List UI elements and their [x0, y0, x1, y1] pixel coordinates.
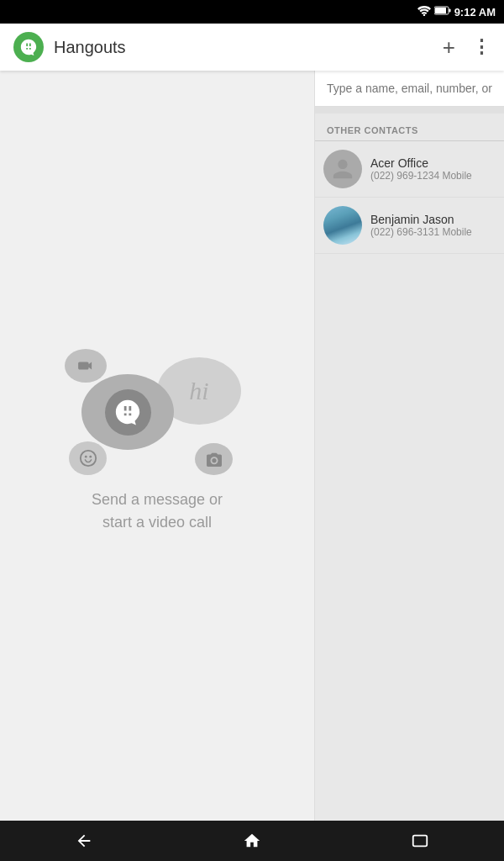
svg-rect-3 [449, 9, 450, 13]
svg-rect-2 [435, 8, 446, 13]
main-hangouts-bubble [81, 374, 174, 450]
add-button[interactable]: + [443, 34, 455, 61]
hangouts-bubble-inner [105, 389, 151, 436]
contact-avatar-benjamin [323, 206, 362, 245]
contact-name-benjamin: Benjamin Jason [370, 213, 496, 226]
contact-info-acer: Acer Office (022) 969-1234 Mobile [370, 156, 496, 182]
status-time: 9:12 AM [454, 6, 496, 18]
search-input[interactable] [327, 82, 492, 95]
left-panel: hi [0, 71, 315, 821]
section-divider [315, 107, 504, 114]
recents-icon [411, 832, 429, 850]
contact-item-benjamin[interactable]: Benjamin Jason (022) 696-3131 Mobile [315, 198, 504, 254]
app-bar-actions: + ⋮ [443, 34, 491, 61]
camera-bubble [195, 443, 233, 475]
contact-item-acer[interactable]: Acer Office (022) 969-1234 Mobile [315, 141, 504, 198]
person-icon [331, 157, 354, 181]
contact-name-acer: Acer Office [370, 156, 496, 170]
back-icon [75, 832, 93, 850]
contact-info-benjamin: Benjamin Jason (022) 696-3131 Mobile [370, 213, 496, 238]
contacts-section-header: OTHER CONTACTS [315, 114, 504, 140]
contact-avatar-acer [323, 150, 362, 188]
recents-button[interactable] [394, 825, 446, 857]
main-layout: hi [0, 71, 504, 821]
search-box [315, 71, 504, 107]
svg-point-6 [89, 456, 92, 458]
svg-point-0 [423, 13, 424, 15]
back-button[interactable] [58, 825, 110, 857]
app-logo [13, 32, 44, 62]
empty-state-text: Send a message or start a video call [92, 489, 223, 534]
video-bubble [65, 349, 107, 383]
svg-rect-7 [413, 836, 428, 847]
contact-detail-acer: (022) 969-1234 Mobile [370, 170, 496, 182]
status-bar: 9:12 AM [0, 0, 504, 24]
emoji-bubble [69, 441, 107, 475]
status-icons: 9:12 AM [417, 6, 496, 18]
battery-icon [434, 6, 451, 18]
home-button[interactable] [226, 825, 278, 857]
nav-bar [0, 821, 504, 861]
svg-point-4 [80, 451, 95, 466]
app-bar: Hangouts + ⋮ [0, 24, 504, 71]
right-panel: OTHER CONTACTS Acer Office (022) 969-123… [315, 71, 504, 821]
contact-detail-benjamin: (022) 696-3131 Mobile [370, 226, 496, 238]
empty-state-illustration: hi [65, 357, 249, 534]
home-icon [243, 832, 261, 850]
app-title: Hangouts [54, 38, 443, 57]
bubbles-container: hi [65, 357, 249, 475]
svg-point-5 [84, 456, 87, 458]
contact-photo-benjamin [323, 206, 362, 245]
wifi-icon [417, 6, 431, 18]
hangouts-logo-icon [19, 38, 38, 56]
menu-button[interactable]: ⋮ [472, 36, 491, 58]
